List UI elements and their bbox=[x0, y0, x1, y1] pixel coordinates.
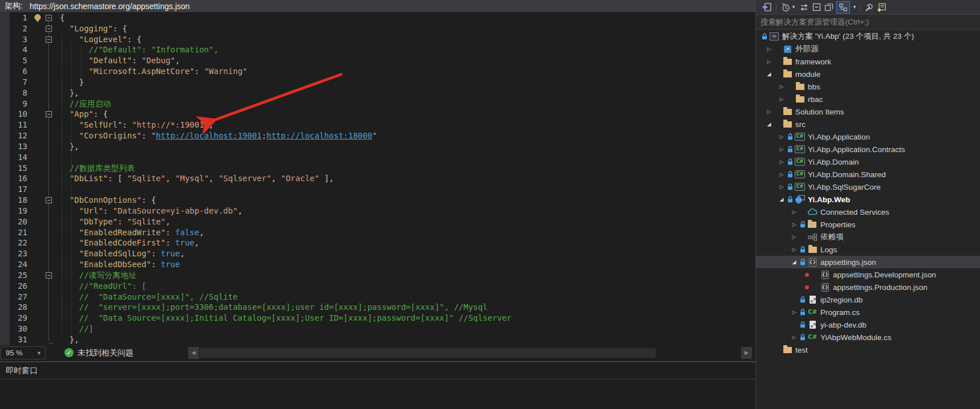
tree-item-properties[interactable]: ▷Properties bbox=[756, 218, 980, 231]
code-line-7[interactable]: 7 } bbox=[0, 77, 755, 88]
code-line-9[interactable]: 9 //应用启动 bbox=[0, 99, 755, 109]
fold-collapse-box[interactable]: − bbox=[46, 272, 52, 279]
tree-item-solution-items[interactable]: ▷Solution Items bbox=[756, 105, 980, 118]
schema-url-dropdown[interactable]: https://json.schemastore.org/appsettings… bbox=[26, 2, 190, 11]
tree-item-appsettings.json[interactable]: ◢{}appsettings.json bbox=[756, 256, 980, 268]
chevron-collapsed-icon[interactable]: ▷ bbox=[780, 159, 784, 165]
code-line-12[interactable]: 12 "CorsOrigins": "http://localhost:1900… bbox=[0, 130, 755, 141]
zoom-level-dropdown[interactable]: 95 % ▼ bbox=[1, 346, 46, 359]
chevron-collapsed-icon[interactable]: ▷ bbox=[767, 59, 771, 64]
sync-with-active-document-button[interactable] bbox=[798, 1, 811, 14]
tree-item-bbs[interactable]: ▷bbs bbox=[756, 80, 980, 93]
chevron-expanded-icon[interactable]: ◢ bbox=[767, 71, 771, 77]
tree-item-appsettings.production.json[interactable]: {}appsettings.Production.json bbox=[756, 281, 980, 293]
code-line-10[interactable]: 10− "App": { bbox=[0, 109, 755, 120]
hscroll-left-button[interactable]: ◀ bbox=[188, 347, 199, 359]
hscroll-right-button[interactable]: ▶ bbox=[741, 347, 752, 359]
tree-item-src[interactable]: ◢src bbox=[756, 118, 980, 130]
code-line-31[interactable]: 31 }, bbox=[0, 334, 755, 345]
tree-item-yi.abp.sqlsugarcore[interactable]: ▷C#Yi.Abp.SqlSugarCore bbox=[756, 181, 980, 193]
chevron-expanded-icon[interactable]: ◢ bbox=[792, 259, 796, 265]
code-line-2[interactable]: 2− "Logging": { bbox=[0, 23, 755, 34]
code-line-23[interactable]: 23 "EnabledSqlLog": true, bbox=[0, 248, 755, 259]
chevron-collapsed-icon[interactable]: ▷ bbox=[780, 134, 784, 140]
code-line-5[interactable]: 5 "Default": "Debug", bbox=[0, 55, 755, 66]
code-line-15[interactable]: 15 //数据库类型列表 bbox=[0, 163, 755, 174]
chevron-collapsed-icon[interactable]: ▷ bbox=[780, 96, 784, 102]
tree-item-test[interactable]: test bbox=[756, 343, 980, 356]
tree-item-yi.abp.web[interactable]: ◢Yi.Abp.Web bbox=[756, 193, 980, 206]
properties-button[interactable] bbox=[863, 1, 876, 14]
tree-item--[interactable]: ▷↗外部源 bbox=[756, 43, 980, 55]
code-line-17[interactable]: 17 bbox=[0, 184, 755, 195]
immediate-window-content[interactable] bbox=[0, 379, 755, 409]
tree-item-appsettings.development.json[interactable]: {}appsettings.Development.json bbox=[756, 268, 980, 281]
chevron-collapsed-icon[interactable]: ▷ bbox=[792, 222, 796, 227]
hscroll-thumb[interactable] bbox=[200, 348, 656, 358]
tree-item-rbac[interactable]: ▷rbac bbox=[756, 93, 980, 105]
code-line-8[interactable]: 8 }, bbox=[0, 88, 755, 99]
code-line-13[interactable]: 13 }, bbox=[0, 141, 755, 152]
quick-actions-lightbulb-icon[interactable] bbox=[33, 14, 42, 23]
tree-item-yi.abp.domain[interactable]: ▷C#Yi.Abp.Domain bbox=[756, 156, 980, 168]
code-line-20[interactable]: 20 "DbType": "Sqlite", bbox=[0, 216, 755, 227]
pending-changes-filter-button[interactable]: ▼ bbox=[779, 1, 798, 14]
code-line-26[interactable]: 26 //"ReadUrl": [ bbox=[0, 281, 755, 292]
tree-item-connected-services[interactable]: ▷Connected Services bbox=[756, 206, 980, 218]
fold-collapse-box[interactable]: − bbox=[46, 26, 52, 32]
tree-item-yi.abp.application.contracts[interactable]: ▷C#Yi.Abp.Application.Contracts bbox=[756, 143, 980, 156]
tree-item-yi.abp.domain.shared[interactable]: ▷C#Yi.Abp.Domain.Shared bbox=[756, 168, 980, 181]
code-line-21[interactable]: 21 "EnabledReadWrite": false, bbox=[0, 227, 755, 238]
chevron-collapsed-icon[interactable]: ▷ bbox=[780, 171, 784, 177]
chevron-collapsed-icon[interactable]: ▷ bbox=[767, 109, 771, 114]
immediate-window-header[interactable]: 即时窗口 bbox=[0, 362, 755, 379]
chevron-collapsed-icon[interactable]: ▷ bbox=[792, 309, 796, 315]
chevron-expanded-icon[interactable]: ◢ bbox=[767, 121, 771, 127]
show-all-files-button[interactable] bbox=[836, 1, 850, 14]
code-line-1[interactable]: 1−{ bbox=[0, 13, 755, 23]
code-line-19[interactable]: 19 "Url": "DataSource=yi-abp-dev.db", bbox=[0, 206, 755, 216]
tree-item-yiabpwebmodule.cs[interactable]: ▷C#YiAbpWebModule.cs bbox=[756, 331, 980, 343]
tree-item-logs[interactable]: ▷Logs bbox=[756, 243, 980, 256]
chevron-collapsed-icon[interactable]: ▷ bbox=[792, 334, 796, 340]
code-line-28[interactable]: 28 // "server=[xxxx];port=3306;database=… bbox=[0, 302, 755, 313]
code-line-24[interactable]: 24 "EnabledDbSeed": true bbox=[0, 259, 755, 270]
code-line-11[interactable]: 11 "SelfUrl": "http://*:19001", bbox=[0, 120, 755, 130]
code-line-27[interactable]: 27 // "DataSource=[xxxx]", //Sqlite bbox=[0, 292, 755, 302]
code-line-25[interactable]: 25− //读写分离地址 bbox=[0, 270, 755, 281]
chevron-collapsed-icon[interactable]: ▷ bbox=[780, 184, 784, 190]
code-line-16[interactable]: 16 "DbList": [ "Sqlite", "Mysql", "Sqlse… bbox=[0, 173, 755, 184]
solution-explorer-search[interactable]: 搜索解决方案资源管理器(Ctrl+;) bbox=[756, 15, 980, 30]
tree-item--[interactable]: ▷依赖项 bbox=[756, 231, 980, 243]
code-line-22[interactable]: 22 "EnabledCodeFirst": true, bbox=[0, 238, 755, 248]
chevron-collapsed-icon[interactable]: ▷ bbox=[792, 234, 796, 240]
tree-item-program.cs[interactable]: ▷C#Program.cs bbox=[756, 306, 980, 318]
chevron-collapsed-icon[interactable]: ▷ bbox=[780, 84, 784, 89]
code-line-30[interactable]: 30 //] bbox=[0, 324, 755, 334]
tree-item-framework[interactable]: ▷framework bbox=[756, 55, 980, 68]
code-line-4[interactable]: 4 //"Default": "Information", bbox=[0, 44, 755, 55]
preview-selected-items-button[interactable] bbox=[876, 1, 889, 14]
fold-collapse-box[interactable]: − bbox=[46, 36, 52, 43]
tree-item-yi.abp.application[interactable]: ▷C#Yi.Abp.Application bbox=[756, 130, 980, 143]
properties-window-button[interactable] bbox=[823, 1, 835, 14]
collapse-all-button[interactable] bbox=[811, 1, 823, 14]
tree-item-ip2region.db[interactable]: ip2region.db bbox=[756, 293, 980, 306]
tree-item--yi.abp-23-23-[interactable]: ∞解决方案 'Yi.Abp' (23 个项目, 共 23 个) bbox=[756, 30, 980, 43]
chevron-collapsed-icon[interactable]: ▷ bbox=[780, 146, 784, 152]
fold-collapse-box[interactable]: − bbox=[46, 197, 52, 203]
tree-item-module[interactable]: ◢module bbox=[756, 68, 980, 80]
chevron-expanded-icon[interactable]: ◢ bbox=[780, 197, 784, 202]
code-editor[interactable]: 1−{2− "Logging": {3− "LogLevel": {4 //"D… bbox=[0, 13, 755, 345]
code-line-18[interactable]: 18− "DbConnOptions": { bbox=[0, 195, 755, 206]
chevron-collapsed-icon[interactable]: ▷ bbox=[792, 209, 796, 215]
code-line-29[interactable]: 29 // "Data Source=[xxxx];Initial Catalo… bbox=[0, 313, 755, 324]
fold-collapse-box[interactable]: − bbox=[46, 15, 52, 21]
code-line-14[interactable]: 14 bbox=[0, 152, 755, 163]
switch-views-button[interactable] bbox=[760, 1, 773, 14]
tree-item-yi-abp-dev.db[interactable]: yi-abp-dev.db bbox=[756, 318, 980, 331]
fold-collapse-box[interactable]: − bbox=[46, 111, 52, 117]
code-line-3[interactable]: 3− "LogLevel": { bbox=[0, 34, 755, 45]
chevron-collapsed-icon[interactable]: ▷ bbox=[792, 247, 796, 252]
chevron-collapsed-icon[interactable]: ▷ bbox=[767, 46, 771, 52]
